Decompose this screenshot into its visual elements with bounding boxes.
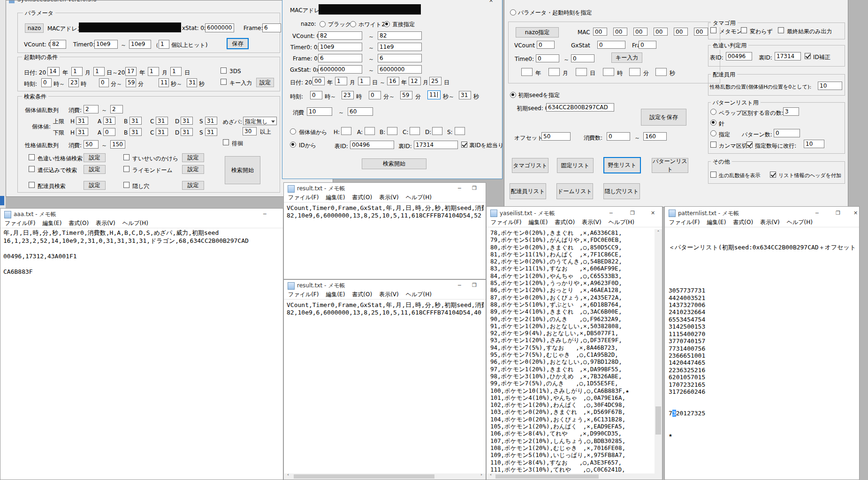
date-year1-field[interactable]: 14 bbox=[47, 67, 60, 76]
menu-item[interactable]: 表示(V) bbox=[760, 218, 780, 226]
shitei-radio[interactable] bbox=[710, 130, 716, 136]
stat-h-upper-field[interactable]: 31 bbox=[76, 117, 88, 125]
close-icon[interactable]: ✕ bbox=[651, 210, 655, 216]
minimize-icon[interactable]: ─ bbox=[458, 282, 461, 288]
list-header-checkbox[interactable] bbox=[770, 172, 776, 178]
ura-brute-checkbox[interactable] bbox=[461, 142, 467, 148]
radio-white2[interactable] bbox=[350, 21, 356, 27]
seikaku-pos-field[interactable]: 10 bbox=[818, 82, 842, 90]
consume-from-field[interactable]: 0 bbox=[607, 132, 630, 141]
frame-field[interactable]: 0 bbox=[639, 41, 656, 49]
hit-count-field[interactable]: 1 bbox=[159, 40, 169, 49]
kakushiana-list-button[interactable]: 隠し穴リスト bbox=[603, 183, 640, 199]
date-month1-field[interactable]: 1 bbox=[71, 67, 83, 76]
radio-from-id[interactable] bbox=[290, 142, 296, 148]
key-input-button[interactable]: キー入力 bbox=[611, 52, 642, 63]
pattern-list-button[interactable]: パターンリスト bbox=[652, 158, 688, 173]
maximize-icon[interactable]: ❐ bbox=[472, 282, 477, 288]
vcount-to[interactable]: 82 bbox=[378, 31, 422, 40]
stat-d-lower-field[interactable]: 31 bbox=[181, 128, 193, 136]
date-year1[interactable]: 00 bbox=[312, 77, 325, 85]
nazo-shitei-button[interactable]: nazo指定 bbox=[516, 27, 559, 38]
haitatsu-checkbox[interactable] bbox=[29, 182, 35, 188]
save-button[interactable]: 保存 bbox=[227, 38, 249, 49]
scrollbar-thumb[interactable] bbox=[655, 406, 661, 435]
time-sec2-field[interactable]: 31 bbox=[187, 78, 197, 87]
menu-item[interactable]: 表示(V) bbox=[379, 291, 399, 299]
iv-s-field[interactable] bbox=[455, 127, 465, 135]
menu-item[interactable]: ファイル(F) bbox=[288, 291, 319, 299]
offset-field[interactable]: 50 bbox=[541, 132, 571, 141]
boot-month-field[interactable] bbox=[548, 68, 560, 76]
kotei-list-button[interactable]: 固定リスト bbox=[557, 158, 594, 173]
stat-b-upper-field[interactable]: 31 bbox=[129, 117, 142, 125]
stat-c-lower-field[interactable]: 31 bbox=[156, 128, 168, 136]
tamago-list-button[interactable]: タマゴリスト bbox=[512, 158, 548, 173]
time-sec1-field[interactable]: 11 bbox=[159, 78, 169, 87]
save-settings-button[interactable]: 設定を保存 bbox=[641, 109, 686, 126]
perap-radio[interactable] bbox=[710, 109, 716, 115]
menu-item[interactable]: 編集(E) bbox=[326, 194, 345, 202]
haitatsu-settei-button[interactable]: 設定 bbox=[84, 181, 106, 190]
kaigyo-count-field[interactable]: 10 bbox=[804, 140, 824, 148]
menu-item[interactable]: ヘルプ(H) bbox=[787, 218, 813, 226]
gxstat-field[interactable]: 0 bbox=[597, 41, 625, 49]
date-day1-field[interactable]: 1 bbox=[93, 67, 105, 76]
maximize-icon[interactable]: ❐ bbox=[630, 210, 635, 216]
pv-consume-from[interactable]: 50 bbox=[84, 140, 99, 149]
scroll-up-icon[interactable]: ˄ bbox=[655, 229, 662, 236]
comma-checkbox[interactable] bbox=[710, 142, 716, 148]
gxstat-field[interactable]: 6000000 bbox=[205, 23, 234, 32]
seed-field[interactable]: 634CC2B00B297CAD bbox=[546, 103, 614, 112]
date-month2-field[interactable]: 1 bbox=[148, 67, 159, 76]
maximize-icon[interactable]: ❐ bbox=[836, 210, 840, 216]
date-month2[interactable]: 12 bbox=[409, 77, 421, 85]
iv-b-field[interactable] bbox=[387, 127, 397, 135]
shiny-settei-button[interactable]: 設定 bbox=[84, 153, 106, 162]
menu-item[interactable]: ヘルプ(H) bbox=[406, 291, 432, 299]
menu-item[interactable]: 表示(V) bbox=[582, 218, 602, 226]
time-hour1-field[interactable]: 0 bbox=[41, 78, 52, 87]
hari-radio[interactable] bbox=[710, 120, 716, 126]
oto-count-field[interactable]: 3 bbox=[783, 107, 799, 116]
id-hosei-checkbox[interactable] bbox=[805, 53, 811, 59]
menu-item[interactable]: ヘルプ(H) bbox=[122, 219, 148, 227]
stat-a-upper-field[interactable]: 31 bbox=[103, 117, 115, 125]
omote-id-field[interactable]: 00496 bbox=[350, 141, 394, 149]
timer0-to[interactable]: 11e9 bbox=[378, 43, 422, 51]
time0-to[interactable]: 0 bbox=[571, 54, 594, 62]
gxstat-to[interactable]: 6000000 bbox=[378, 65, 422, 74]
mac-byte-6[interactable]: 00 bbox=[694, 28, 708, 36]
menu-item[interactable]: 書式(O) bbox=[555, 218, 575, 226]
time-min2-field[interactable]: 59 bbox=[126, 78, 136, 87]
iv-c-field[interactable] bbox=[410, 127, 420, 135]
consume-to-field[interactable]: 160 bbox=[643, 132, 667, 141]
dome-list-button[interactable]: ドームリスト bbox=[556, 183, 593, 199]
menu-item[interactable]: 編集(E) bbox=[707, 218, 726, 226]
iv-a-field[interactable] bbox=[365, 127, 375, 135]
mac-redacted-value[interactable] bbox=[319, 4, 421, 15]
stat-b-lower-field[interactable]: 31 bbox=[129, 128, 142, 136]
date-year2[interactable]: 16 bbox=[387, 77, 399, 85]
menu-item[interactable]: 書式(O) bbox=[352, 291, 372, 299]
iv-consume-from[interactable]: 2 bbox=[84, 105, 99, 113]
suisei-checkbox[interactable] bbox=[123, 154, 129, 160]
frame-to[interactable]: 6 bbox=[378, 54, 422, 62]
time-hour2-field[interactable]: 23 bbox=[69, 78, 79, 87]
suisei-settei-button[interactable]: 設定 bbox=[182, 153, 204, 162]
vcount-from[interactable]: 82 bbox=[318, 31, 362, 40]
menu-item[interactable]: 編集(E) bbox=[42, 219, 61, 227]
menu-item[interactable]: ヘルプ(H) bbox=[406, 194, 432, 202]
minimize-icon[interactable]: ─ bbox=[609, 210, 613, 216]
horizontal-scrollbar[interactable]: ˂ ˃ bbox=[284, 473, 486, 480]
radio-black2[interactable] bbox=[320, 21, 326, 27]
mac-byte-2[interactable]: 00 bbox=[613, 28, 627, 36]
boot-day-field[interactable] bbox=[576, 68, 587, 76]
time-min1[interactable]: 0 bbox=[369, 91, 381, 99]
frame-field[interactable]: 6 bbox=[262, 23, 281, 32]
ura-id-field[interactable]: 17314 bbox=[414, 141, 458, 149]
date-day1[interactable]: 1 bbox=[358, 77, 370, 85]
3ds-checkbox[interactable] bbox=[221, 68, 227, 74]
radio-initial-seed[interactable] bbox=[510, 92, 516, 98]
menu-item[interactable]: 編集(E) bbox=[326, 291, 345, 299]
